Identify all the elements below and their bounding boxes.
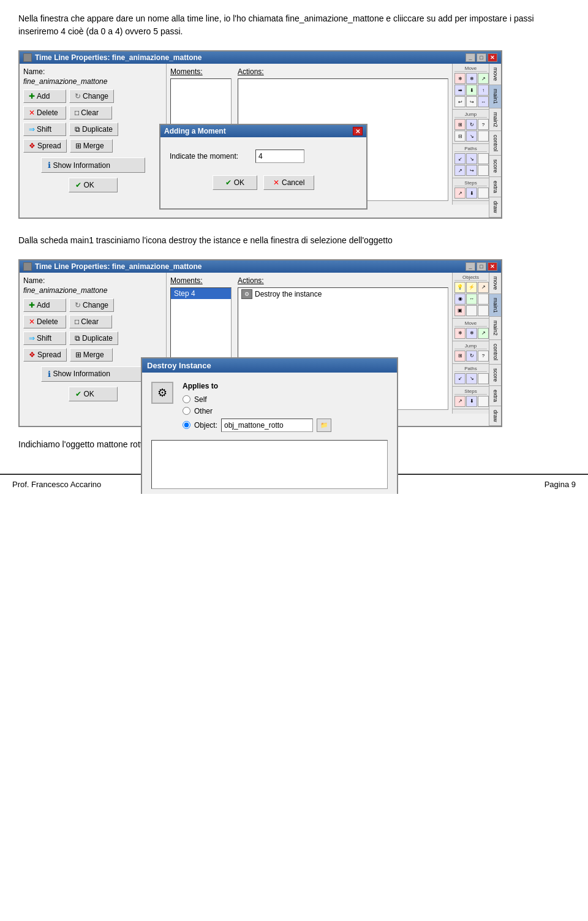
merge-button[interactable]: ⊞ Merge [70, 139, 113, 153]
window2-maximize-btn[interactable]: □ [477, 262, 486, 271]
w2-tab-move[interactable]: move [489, 273, 501, 294]
shift-button[interactable]: ⇒ Shift [23, 123, 66, 136]
tab-main2[interactable]: main2 [489, 108, 501, 132]
obj-icon-9[interactable] [478, 305, 489, 316]
move-icon-5[interactable]: ⬇ [466, 85, 477, 96]
move-icon-2[interactable]: ❄ [466, 73, 477, 84]
w2-tab-main2[interactable]: main2 [489, 317, 501, 340]
w2-move-icon-1[interactable]: ❄ [454, 328, 466, 339]
clear-button[interactable]: □ Clear [69, 106, 112, 119]
w2-tab-draw[interactable]: draw [489, 406, 501, 426]
change-button[interactable]: ↻ Change [69, 89, 114, 103]
w2-paths-icon-3[interactable] [478, 373, 489, 384]
moment-input[interactable] [255, 150, 304, 163]
steps-icon-3[interactable] [478, 188, 489, 199]
btn-row-3: ⇒ Shift ⧉ Duplicate [23, 123, 162, 136]
tab-score[interactable]: score [489, 156, 501, 177]
tab-draw[interactable]: draw [489, 197, 501, 218]
w2-tab-score[interactable]: score [489, 365, 501, 386]
move-icon-1[interactable]: ❄ [454, 73, 466, 84]
w2-tab-control[interactable]: control [489, 340, 501, 365]
object-input[interactable] [221, 419, 313, 432]
ok-button[interactable]: ✔ OK [69, 178, 118, 192]
add-button[interactable]: ✚ Add [23, 89, 66, 103]
paths-icon-1[interactable]: ↙ [454, 153, 466, 164]
w2-jump-icon-1[interactable]: ⊞ [454, 351, 466, 362]
paths-icon-3[interactable] [478, 153, 489, 164]
w2-add-button[interactable]: ✚ Add [23, 298, 66, 312]
object-browse-btn[interactable]: 📁 [317, 419, 331, 432]
w2-shift-button[interactable]: ⇒ Shift [23, 332, 66, 345]
move-icon-6[interactable]: ↑ [478, 85, 489, 96]
move-icon-8[interactable]: ↪ [466, 96, 477, 107]
w2-move-icon-2[interactable]: ❄ [466, 328, 477, 339]
w2-steps-icon-2[interactable]: ⬇ [466, 396, 477, 407]
tab-main1[interactable]: main1 [489, 85, 501, 108]
tab-move[interactable]: move [489, 64, 501, 85]
window2-minimize-btn[interactable]: _ [466, 262, 475, 271]
obj-icon-3[interactable]: ↗ [478, 282, 489, 293]
w2-jump-icon-3[interactable]: ? [478, 351, 489, 362]
dialog1-field-row: Indicate the moment: [170, 150, 357, 163]
jump-icon-6[interactable] [478, 131, 489, 142]
w2-jump-icon-2[interactable]: ↻ [466, 351, 477, 362]
show-info-button[interactable]: ℹ Show Information [41, 157, 145, 173]
tab-control[interactable]: control [489, 131, 501, 156]
w2-tab-extra[interactable]: extra [489, 386, 501, 406]
w2-duplicate-button[interactable]: ⧉ Duplicate [69, 332, 118, 345]
w2-clear-button[interactable]: □ Clear [69, 315, 112, 328]
step4-item[interactable]: Step 4 [171, 288, 231, 299]
obj-icon-4[interactable]: ◉ [454, 294, 466, 305]
window1-minimize-btn[interactable]: _ [466, 53, 475, 62]
obj-icon-8[interactable] [466, 305, 477, 316]
obj-icon-1[interactable]: 💡 [454, 282, 466, 293]
window1-maximize-btn[interactable]: □ [477, 53, 486, 62]
destroy-textarea[interactable] [151, 440, 388, 489]
radio-other[interactable] [183, 407, 190, 415]
w2-change-button[interactable]: ↻ Change [69, 298, 114, 312]
paths-icon-6[interactable] [478, 165, 489, 176]
paths-icon-2[interactable]: ↘ [466, 153, 477, 164]
w2-spread-button[interactable]: ❖ Spread [23, 348, 67, 362]
steps-icon-2[interactable]: ⬇ [466, 188, 477, 199]
jump-icon-2[interactable]: ↻ [466, 119, 477, 130]
obj-icon-2[interactable]: ⚡ [466, 282, 477, 293]
steps-icon-1[interactable]: ↗ [454, 188, 466, 199]
paths-icon-4[interactable]: ↗ [454, 165, 466, 176]
paths-icon-5[interactable]: ↪ [466, 165, 477, 176]
window2-container: UE Time Line Properties: fine_animazione… [18, 259, 502, 428]
spread-button[interactable]: ❖ Spread [23, 139, 67, 153]
dialog1-close-btn[interactable]: ✕ [353, 127, 363, 135]
delete-button[interactable]: ✕ Delete [23, 106, 66, 119]
dialog1-ok-button[interactable]: ✔ OK [213, 175, 257, 190]
obj-icon-6[interactable] [478, 294, 489, 305]
jump-icon-3[interactable]: ? [478, 119, 489, 130]
move-icon-9[interactable]: ↔ [478, 96, 489, 107]
w2-move-icon-3[interactable]: ↗ [478, 328, 489, 339]
obj-icon-7[interactable]: ▣ [454, 305, 466, 316]
move-icon-3[interactable]: ↗ [478, 73, 489, 84]
w2-steps-icon-1[interactable]: ↗ [454, 396, 466, 407]
window2-close-btn[interactable]: ✕ [488, 262, 497, 271]
w2-tab-main1[interactable]: main1 [489, 294, 501, 317]
tab-extra[interactable]: extra [489, 177, 501, 197]
jump-icon-1[interactable]: ⊞ [454, 119, 466, 130]
w2-show-info-button[interactable]: ℹ Show Information [41, 366, 145, 382]
w2-paths-icon-2[interactable]: ↘ [466, 373, 477, 384]
obj-icon-5[interactable]: ↔ [466, 294, 477, 305]
w2-paths-icon-1[interactable]: ↙ [454, 373, 466, 384]
dialog1-label: Indicate the moment: [170, 152, 249, 161]
move-icon-7[interactable]: ↩ [454, 96, 466, 107]
w2-merge-button[interactable]: ⊞ Merge [70, 348, 113, 362]
radio-self[interactable] [183, 395, 190, 403]
radio-object[interactable] [183, 421, 190, 429]
move-icon-4[interactable]: ➡ [454, 85, 466, 96]
duplicate-button[interactable]: ⧉ Duplicate [69, 123, 118, 136]
dialog1-cancel-button[interactable]: ✕ Cancel [263, 175, 314, 190]
jump-icon-5[interactable]: ↘ [466, 131, 477, 142]
w2-delete-button[interactable]: ✕ Delete [23, 315, 66, 328]
jump-icon-4[interactable]: ⊟ [454, 131, 466, 142]
window1-close-btn[interactable]: ✕ [488, 53, 497, 62]
w2-steps-icon-3[interactable] [478, 396, 489, 407]
w2-ok-button[interactable]: ✔ OK [69, 387, 118, 401]
